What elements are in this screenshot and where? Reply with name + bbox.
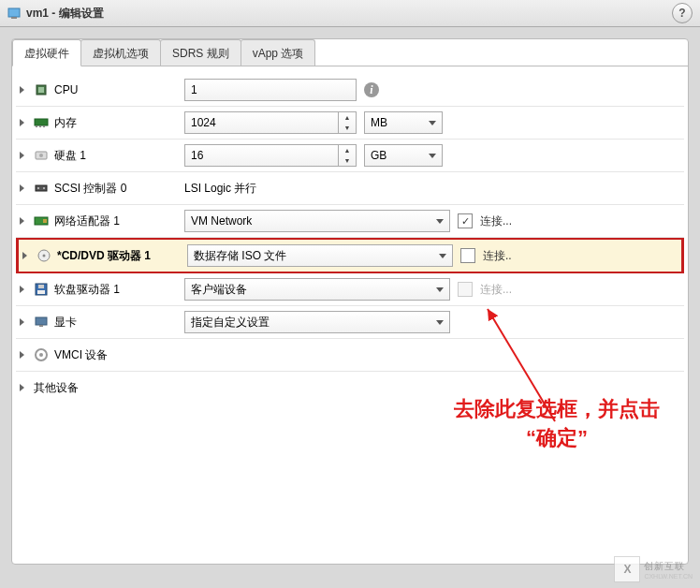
video-value: 指定自定义设置 <box>191 315 270 331</box>
network-connect-checkbox[interactable] <box>458 213 473 228</box>
vmci-icon <box>34 347 49 362</box>
cd-icon <box>36 248 51 263</box>
svg-point-11 <box>37 187 39 189</box>
cpu-select[interactable]: 1 <box>184 79 357 101</box>
cddvd-select[interactable]: 数据存储 ISO 文件 <box>187 244 453 267</box>
svg-rect-20 <box>36 317 47 325</box>
disk-icon <box>34 148 49 163</box>
scsi-value: LSI Logic 并行 <box>184 181 256 197</box>
svg-point-9 <box>39 154 43 157</box>
svg-rect-7 <box>43 125 45 127</box>
cpu-icon <box>34 82 49 97</box>
cddvd-value: 数据存储 ISO 文件 <box>194 248 286 264</box>
expand-icon[interactable] <box>20 286 24 293</box>
svg-rect-3 <box>38 87 44 93</box>
disk-label: 硬盘 1 <box>54 148 86 164</box>
svg-rect-14 <box>43 219 47 223</box>
svg-rect-10 <box>36 185 47 191</box>
disk-spinner[interactable]: 16 ▲▼ <box>184 144 357 167</box>
expand-icon[interactable] <box>20 152 24 159</box>
scsi-label: SCSI 控制器 0 <box>54 181 126 197</box>
disk-unit: GB <box>371 149 386 162</box>
floppy-icon <box>34 282 49 297</box>
nic-icon <box>34 213 49 228</box>
svg-rect-0 <box>8 8 20 17</box>
memory-value: 1024 <box>191 116 216 129</box>
floppy-value: 客户端设备 <box>191 282 247 298</box>
cddvd-connect-label: 连接.. <box>483 248 512 264</box>
vm-icon <box>7 7 21 20</box>
row-network: 网络适配器 1 VM Network 连接... <box>16 205 684 238</box>
floppy-select[interactable]: 客户端设备 <box>184 278 450 301</box>
tab-sdrs[interactable]: SDRS 规则 <box>160 39 241 66</box>
memory-label: 内存 <box>54 115 77 131</box>
video-label: 显卡 <box>54 315 77 331</box>
svg-rect-6 <box>39 125 41 127</box>
svg-rect-21 <box>39 325 43 327</box>
cpu-label: CPU <box>54 83 78 96</box>
row-memory: 内存 1024 ▲▼ MB <box>16 107 684 140</box>
svg-point-23 <box>39 353 43 357</box>
row-cpu: CPU 1 i <box>16 74 684 107</box>
expand-icon[interactable] <box>20 217 24 225</box>
titlebar: vm1 - 编辑设置 ? <box>0 0 700 27</box>
cpu-value: 1 <box>191 83 197 96</box>
network-connect-label: 连接... <box>480 213 512 229</box>
video-icon <box>34 315 49 330</box>
memory-spinner[interactable]: 1024 ▲▼ <box>184 111 357 134</box>
svg-rect-19 <box>37 290 45 294</box>
floppy-connect-label: 连接... <box>480 282 512 298</box>
annotation-line2: “确定” <box>454 424 660 453</box>
expand-icon[interactable] <box>20 318 24 326</box>
expand-icon[interactable] <box>22 252 27 259</box>
expand-icon[interactable] <box>20 351 24 359</box>
annotation-text: 去除此复选框，并点击 “确定” <box>454 395 660 453</box>
expand-icon[interactable] <box>20 119 24 126</box>
svg-point-16 <box>43 255 46 257</box>
row-vmci: VMCI 设备 <box>16 339 684 372</box>
info-icon[interactable]: i <box>364 82 379 97</box>
network-label: 网络适配器 1 <box>54 213 120 229</box>
window-title: vm1 - 编辑设置 <box>26 6 104 22</box>
floppy-label: 软盘驱动器 1 <box>54 282 120 298</box>
watermark-icon: X <box>614 556 640 582</box>
row-scsi: SCSI 控制器 0 LSI Logic 并行 <box>16 172 684 205</box>
expand-icon[interactable] <box>20 184 24 192</box>
tab-vm-options[interactable]: 虚拟机选项 <box>80 39 161 66</box>
tab-bar: 虚拟硬件 虚拟机选项 SDRS 规则 vApp 选项 <box>12 39 688 66</box>
memory-icon <box>34 115 49 130</box>
expand-icon[interactable] <box>20 86 24 94</box>
tab-hardware[interactable]: 虚拟硬件 <box>12 39 81 66</box>
row-cddvd: *CD/DVD 驱动器 1 数据存储 ISO 文件 连接.. <box>16 238 684 273</box>
tab-vapp[interactable]: vApp 选项 <box>241 39 316 66</box>
floppy-connect-checkbox <box>458 282 473 297</box>
memory-unit: MB <box>371 116 387 129</box>
network-value: VM Network <box>191 214 252 228</box>
settings-window: vm1 - 编辑设置 ? 虚拟硬件 虚拟机选项 SDRS 规则 vApp 选项 … <box>0 0 700 588</box>
watermark: X 创新互联 CXHLW.NET.CN <box>614 556 693 582</box>
vmci-label: VMCI 设备 <box>54 347 108 363</box>
other-label: 其他设备 <box>34 380 79 396</box>
watermark-text: 创新互联 <box>644 560 693 573</box>
svg-rect-18 <box>38 285 44 288</box>
cddvd-label: *CD/DVD 驱动器 1 <box>57 248 151 264</box>
annotation-line1: 去除此复选框，并点击 <box>454 395 660 424</box>
row-floppy: 软盘驱动器 1 客户端设备 连接... <box>16 273 684 306</box>
row-video: 显卡 指定自定义设置 <box>16 306 684 339</box>
row-disk: 硬盘 1 16 ▲▼ GB <box>16 140 684 172</box>
video-select[interactable]: 指定自定义设置 <box>184 311 450 333</box>
network-select[interactable]: VM Network <box>184 210 450 232</box>
main-panel: 虚拟硬件 虚拟机选项 SDRS 规则 vApp 选项 CPU 1 i <box>11 38 689 565</box>
cddvd-connect-checkbox[interactable] <box>460 248 475 263</box>
svg-rect-4 <box>35 119 48 125</box>
disk-value: 16 <box>191 149 203 162</box>
svg-point-12 <box>43 187 45 189</box>
expand-icon[interactable] <box>20 384 24 391</box>
hardware-list: CPU 1 i 内存 1 <box>12 66 688 411</box>
svg-rect-1 <box>11 17 17 19</box>
memory-unit-select[interactable]: MB <box>364 111 443 134</box>
disk-unit-select[interactable]: GB <box>364 144 443 167</box>
help-button[interactable]: ? <box>672 3 693 23</box>
watermark-sub: CXHLW.NET.CN <box>644 573 693 580</box>
svg-rect-5 <box>36 125 37 127</box>
